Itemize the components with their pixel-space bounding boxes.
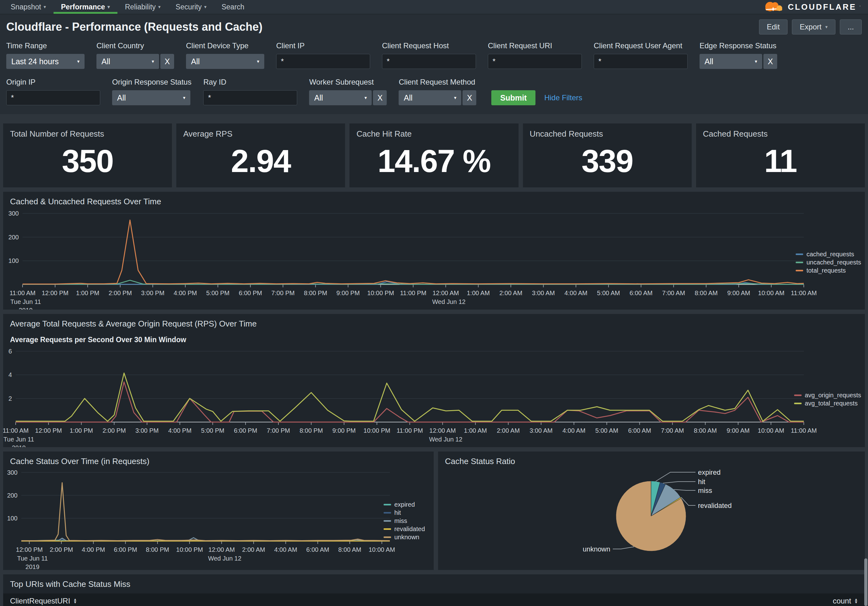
filter-worker-subrequest: Worker Subrequest All ▾ X	[309, 78, 387, 105]
legend-swatch	[384, 504, 391, 505]
client-device-type-select[interactable]: All ▾	[186, 54, 264, 69]
legend-item[interactable]: unknown	[384, 534, 425, 541]
svg-text:2019: 2019	[25, 563, 39, 570]
svg-text:7:00 AM: 7:00 AM	[661, 427, 684, 434]
nav-item-search[interactable]: Search	[214, 0, 252, 14]
filter-client-request-host: Client Request Host	[382, 41, 476, 69]
origin-response-status-select[interactable]: All ▾	[112, 90, 191, 105]
clear-filter-icon[interactable]: X	[373, 90, 387, 105]
svg-text:2: 2	[8, 395, 12, 402]
legend-label: revalidated	[394, 525, 425, 533]
legend-item[interactable]: total_requests	[796, 267, 861, 274]
legend-item[interactable]: avg_total_requests	[794, 400, 861, 407]
legend-swatch	[384, 512, 391, 514]
svg-text:9:00 AM: 9:00 AM	[727, 289, 750, 297]
scrollbar[interactable]	[864, 558, 867, 606]
client-request-host-input[interactable]	[382, 54, 476, 69]
legend-item[interactable]: hit	[384, 509, 425, 516]
svg-text:Wed Jun 12: Wed Jun 12	[429, 436, 462, 443]
filter-label: Client Request Host	[382, 41, 476, 50]
clear-filter-icon[interactable]: X	[160, 54, 174, 69]
worker-subrequest-select[interactable]: All ▾	[309, 90, 372, 105]
client-request-user-agent-input[interactable]	[594, 54, 688, 69]
chevron-down-icon: ▾	[43, 4, 46, 10]
svg-text:miss: miss	[698, 486, 712, 494]
filter-label: Origin IP	[6, 78, 100, 87]
nav-item-performance[interactable]: Performance ▾	[54, 0, 118, 14]
clear-filter-icon[interactable]: X	[462, 90, 476, 105]
filter-label: Ray ID	[203, 78, 297, 87]
svg-text:2:00 PM: 2:00 PM	[102, 427, 126, 434]
svg-text:12:00 AM: 12:00 AM	[429, 427, 456, 434]
chevron-down-icon: ▾	[77, 59, 79, 64]
filter-client-request-method: Client Request Method All ▾ X	[398, 78, 476, 105]
select-value: All	[314, 93, 323, 103]
svg-text:7:00 PM: 7:00 PM	[271, 289, 294, 297]
nav-label: Search	[222, 3, 244, 11]
export-button[interactable]: Export ▾	[792, 19, 835, 34]
nav-item-reliability[interactable]: Reliability ▾	[118, 0, 168, 14]
svg-text:8:00 AM: 8:00 AM	[694, 289, 718, 297]
legend-item[interactable]: revalidated	[384, 525, 425, 533]
ray-id-input[interactable]	[203, 90, 297, 105]
cache-status-over-time-chart: 10020030012:00 PMTue Jun 1120192:00 PM4:…	[3, 452, 434, 570]
svg-text:Tue Jun 11: Tue Jun 11	[17, 555, 48, 562]
svg-text:12:00 AM: 12:00 AM	[208, 546, 235, 553]
client-request-uri-input[interactable]	[488, 54, 582, 69]
export-label: Export	[800, 23, 822, 31]
svg-text:Tue Jun 11: Tue Jun 11	[3, 436, 34, 443]
legend-swatch	[796, 270, 803, 271]
client-country-select[interactable]: All ▾	[96, 54, 159, 69]
legend-item[interactable]: cached_requests	[796, 251, 861, 258]
svg-text:10:00 AM: 10:00 AM	[369, 546, 395, 553]
hide-filters-link[interactable]: Hide Filters	[544, 93, 582, 102]
client-ip-input[interactable]	[276, 54, 370, 69]
kpi-cached-requests: Cached Requests 11	[696, 123, 865, 187]
legend-swatch	[384, 520, 391, 522]
svg-text:6: 6	[8, 348, 12, 355]
chart-title: Cache Status Ratio	[438, 452, 865, 466]
legend-swatch	[796, 262, 803, 263]
edit-button[interactable]: Edit	[759, 19, 787, 34]
cache-status-chart-panel: Cache Status Over Time (in Requests) 100…	[3, 452, 434, 570]
legend-label: total_requests	[806, 267, 846, 274]
svg-text:6:00 PM: 6:00 PM	[114, 546, 137, 553]
svg-text:10:00 AM: 10:00 AM	[758, 427, 784, 434]
svg-text:6:00 PM: 6:00 PM	[234, 427, 257, 434]
clear-filter-icon[interactable]: X	[763, 54, 777, 69]
svg-text:4:00 AM: 4:00 AM	[563, 427, 585, 434]
time-range-select[interactable]: Last 24 hours ▾	[6, 54, 85, 69]
nav-item-snapshot[interactable]: Snapshot ▾	[3, 0, 54, 14]
chart-title: Cached & Uncached Requests Over Time	[3, 192, 865, 207]
chevron-down-icon: ▾	[364, 95, 367, 101]
legend-item[interactable]: miss	[384, 517, 425, 525]
column-header-client-request-uri[interactable]: ClientRequestURI ▲▼	[3, 597, 765, 605]
svg-text:2019: 2019	[19, 307, 33, 309]
svg-text:10:00 PM: 10:00 PM	[367, 289, 394, 297]
svg-text:1:00 AM: 1:00 AM	[464, 427, 487, 434]
client-request-method-select[interactable]: All ▾	[398, 90, 461, 105]
legend-item[interactable]: avg_origin_requests	[794, 392, 861, 399]
chevron-down-icon: ▾	[204, 4, 207, 10]
origin-ip-input[interactable]	[6, 90, 100, 105]
more-options-button[interactable]: ...	[840, 19, 862, 34]
select-value: Last 24 hours	[11, 57, 59, 66]
svg-text:unknown: unknown	[583, 545, 610, 553]
submit-button[interactable]: Submit	[491, 90, 535, 105]
svg-text:2:00 PM: 2:00 PM	[50, 546, 73, 553]
nav-label: Snapshot	[11, 3, 41, 11]
legend-item[interactable]: expired	[384, 501, 425, 508]
svg-text:4:00 PM: 4:00 PM	[174, 289, 197, 297]
filter-client-request-user-agent: Client Request User Agent	[594, 41, 688, 69]
filter-label: Client Request URI	[488, 41, 582, 50]
filter-label: Client Request Method	[398, 78, 476, 87]
svg-text:11:00 PM: 11:00 PM	[397, 427, 423, 434]
column-header-count[interactable]: count ▲▼	[765, 597, 865, 605]
svg-text:200: 200	[7, 492, 17, 499]
edge-response-status-select[interactable]: All ▾	[699, 54, 762, 69]
logo-trademark: ’	[860, 5, 860, 9]
chevron-down-icon: ▾	[454, 95, 457, 101]
legend-item[interactable]: uncached_requests	[796, 259, 861, 266]
nav-item-security[interactable]: Security ▾	[168, 0, 214, 14]
chart-legend: cached_requestsuncached_requeststotal_re…	[796, 251, 861, 274]
